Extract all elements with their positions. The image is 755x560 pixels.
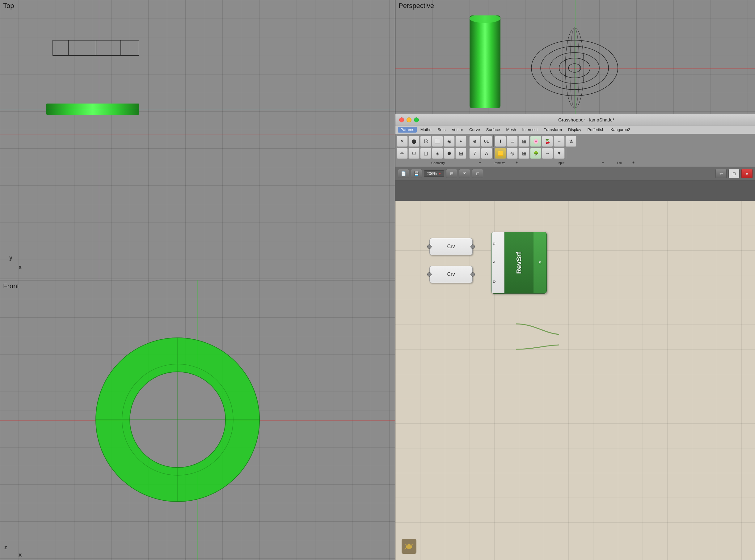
- tb-btn-geo2[interactable]: ⬡: [408, 148, 420, 159]
- crv1-output-connector[interactable]: [470, 244, 475, 249]
- tb-btn-sphere[interactable]: ◉: [444, 136, 455, 147]
- tb-btn-pen[interactable]: ✏: [397, 148, 408, 159]
- revsrf-d-connector[interactable]: [491, 280, 491, 283]
- gh-canvas[interactable]: Crv Crv P A: [395, 201, 755, 560]
- crv-node-2[interactable]: Crv: [429, 266, 473, 283]
- y-axis-label: y: [9, 255, 12, 261]
- toolbar-group-primitive-r2: 7 A: [469, 148, 494, 159]
- toolbar-group-primitive-r1: ⊕ 01: [469, 135, 494, 147]
- tb-btn-num7[interactable]: 7: [469, 148, 481, 159]
- tb-btn-x[interactable]: ✕: [397, 136, 408, 147]
- canvas-btn-eraser[interactable]: ◻: [472, 169, 483, 178]
- menu-params[interactable]: Params: [398, 127, 417, 133]
- canvas-btn-white[interactable]: ◻: [729, 169, 739, 178]
- menu-surface[interactable]: Surface: [484, 127, 503, 133]
- zoom-arrow-icon[interactable]: ▼: [438, 172, 442, 176]
- input-plus[interactable]: +: [602, 160, 604, 165]
- crv2-input-connector[interactable]: [427, 272, 432, 277]
- toolbar-group-input-r2: 🟨 ◎ ▦ 🌳 → ▼: [495, 148, 566, 159]
- tb-btn-flask[interactable]: ⚗: [565, 136, 576, 147]
- menu-maths[interactable]: Maths: [418, 127, 434, 133]
- tb-btn-arrow1[interactable]: →: [554, 136, 565, 147]
- crv1-input-connector[interactable]: [427, 244, 432, 249]
- tb-btn-geo3[interactable]: ◫: [420, 148, 431, 159]
- revsrf-outputs-panel: S: [533, 232, 547, 293]
- revsrf-p-label: P: [493, 242, 495, 246]
- canvas-btn-file[interactable]: 📄: [398, 169, 409, 178]
- geometry-plus[interactable]: +: [479, 160, 481, 165]
- revsrf-p-connector[interactable]: [491, 242, 491, 245]
- revsrf-a-connector[interactable]: [491, 261, 491, 264]
- crv2-output-connector[interactable]: [470, 272, 475, 277]
- main-container: y x Top: [0, 0, 755, 560]
- revsrf-s-connector[interactable]: [547, 261, 547, 264]
- tb-btn-input4[interactable]: 🌸: [530, 136, 541, 147]
- input-group-label: Input: [521, 161, 601, 165]
- canvas-btn-back[interactable]: ↩: [715, 169, 727, 178]
- maximize-button[interactable]: [414, 117, 419, 122]
- canvas-btn-grid[interactable]: ⊞: [446, 169, 457, 178]
- x-axis-line: [0, 134, 395, 135]
- tb-btn-input1[interactable]: ⬇: [495, 136, 506, 147]
- tb-btn-grid[interactable]: ▦: [518, 148, 530, 159]
- tb-btn-ring[interactable]: ◎: [507, 148, 518, 159]
- menu-pufferfish[interactable]: Pufferfish: [585, 127, 607, 133]
- toolbar-group-geometry-r1: ✕ ⬤ ⛓ ⬜ ◉ ✦: [397, 135, 468, 147]
- gh-titlebar: Grasshopper - lampShade*: [395, 114, 755, 125]
- z-axis-label: z: [4, 544, 7, 551]
- util-plus[interactable]: +: [632, 160, 634, 165]
- tb-btn-prim1[interactable]: ⊕: [469, 136, 481, 147]
- tb-btn-geo6[interactable]: ▤: [455, 148, 467, 159]
- menu-curve[interactable]: Curve: [467, 127, 483, 133]
- tb-btn-color[interactable]: 🟨: [495, 148, 506, 159]
- canvas-btn-save[interactable]: 💾: [411, 169, 422, 178]
- svg-rect-7: [470, 16, 501, 108]
- gh-window-title: Grasshopper - lampShade*: [421, 117, 751, 122]
- gh-toolbar: ✕ ⬤ ⛓ ⬜ ◉ ✦ ⊕ 01 ⬇ ▭: [395, 134, 755, 167]
- tb-btn-geo5[interactable]: ⬟: [444, 148, 455, 159]
- tb-btn-circle[interactable]: ⬤: [408, 136, 420, 147]
- menu-mesh[interactable]: Mesh: [504, 127, 519, 133]
- revsrf-s-label: S: [538, 260, 541, 265]
- menu-display[interactable]: Display: [566, 127, 584, 133]
- menu-intersect[interactable]: Intersect: [519, 127, 540, 133]
- tb-btn-cherry[interactable]: 🍒: [542, 136, 553, 147]
- crv-node-1[interactable]: Crv: [429, 238, 473, 255]
- revsrf-input-d: D: [493, 279, 503, 284]
- tb-btn-link[interactable]: ⛓: [420, 136, 431, 147]
- grasshopper-window: Grasshopper - lampShade* Params Maths Se…: [395, 114, 755, 201]
- close-button[interactable]: [399, 117, 404, 122]
- tb-btn-arrow2[interactable]: →: [542, 148, 553, 159]
- revsrf-inputs-panel: P A D: [491, 232, 505, 293]
- perspective-viewport[interactable]: Perspective: [395, 0, 755, 114]
- tb-btn-input2[interactable]: ▭: [507, 136, 518, 147]
- tb-btn-star[interactable]: ✦: [455, 136, 467, 147]
- revsrf-node[interactable]: P A D RevSrf: [491, 232, 547, 294]
- primitive-group-label: Primitive: [484, 161, 515, 165]
- front-viewport[interactable]: z x Front: [0, 280, 395, 560]
- revsrf-a-label: A: [493, 260, 495, 265]
- tb-btn-cone[interactable]: ▼: [554, 148, 565, 159]
- rect-divider-1: [68, 40, 68, 56]
- tb-btn-prim2[interactable]: 01: [481, 136, 492, 147]
- minimize-button[interactable]: [407, 117, 411, 122]
- canvas-btn-red[interactable]: ●: [741, 169, 753, 178]
- menu-vector[interactable]: Vector: [449, 127, 466, 133]
- gh-bottom-icon: [402, 539, 416, 554]
- menu-kangaroo2[interactable]: Kangaroo2: [608, 127, 633, 133]
- menu-transform[interactable]: Transform: [541, 127, 565, 133]
- green-bar-top: [46, 103, 139, 115]
- tb-btn-tree[interactable]: 🌳: [530, 148, 541, 159]
- top-viewport-label: Top: [3, 2, 14, 10]
- top-viewport[interactable]: y x Top: [0, 0, 395, 280]
- revsrf-input-a: A: [493, 260, 503, 265]
- tb-btn-txt[interactable]: A: [481, 148, 492, 159]
- toolbar-row-2: ✏ ⬡ ◫ ◈ ⬟ ▤ 7 A 🟨 ◎: [397, 148, 754, 159]
- toolbar-group-input-r1: ⬇ ▭ ▦ 🌸 🍒 → ⚗: [495, 135, 578, 147]
- primitive-plus[interactable]: +: [515, 160, 518, 165]
- canvas-btn-view[interactable]: 👁: [459, 169, 470, 178]
- tb-btn-geo4[interactable]: ◈: [432, 148, 443, 159]
- menu-sets[interactable]: Sets: [435, 127, 448, 133]
- tb-btn-box[interactable]: ⬜: [432, 136, 443, 147]
- tb-btn-input3[interactable]: ▦: [518, 136, 530, 147]
